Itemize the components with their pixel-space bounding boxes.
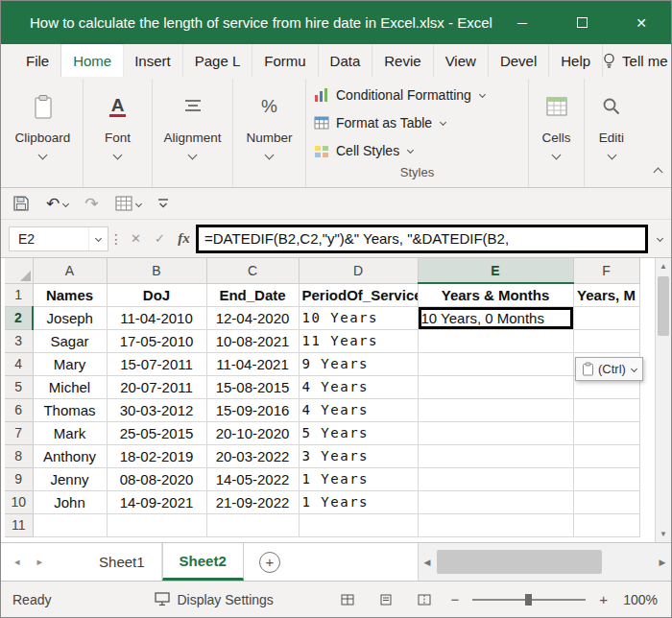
zoom-out-button[interactable]: − [450, 591, 459, 607]
cell[interactable] [573, 513, 639, 536]
conditional-formatting-button[interactable]: Conditional Formatting [306, 81, 528, 108]
cell[interactable] [573, 421, 639, 444]
quick-command-button[interactable] [115, 196, 141, 211]
col-header-F[interactable]: F [573, 258, 639, 283]
row-header[interactable]: 5 [5, 375, 33, 398]
tab-developer[interactable]: Devel [489, 44, 549, 77]
cell[interactable]: Thomas [33, 398, 107, 421]
tab-review[interactable]: Revie [372, 44, 433, 77]
cell[interactable] [206, 513, 299, 536]
alignment-group-button[interactable]: Alignment [153, 79, 233, 187]
scroll-down-icon[interactable]: ▼ [656, 526, 671, 542]
cell[interactable]: PeriodOf_Service [299, 283, 418, 306]
sheet-tab-sheet2[interactable]: Sheet2 [162, 543, 244, 581]
col-header-B[interactable]: B [107, 258, 206, 283]
vertical-scrollbar[interactable]: ▲ ▼ [655, 258, 671, 542]
cell[interactable]: 15-09-2016 [206, 398, 299, 421]
row-header[interactable]: 10 [5, 490, 33, 513]
cell[interactable] [418, 421, 573, 444]
cell[interactable]: Sagar [33, 329, 107, 352]
cell[interactable]: 30-03-2012 [107, 398, 206, 421]
cell[interactable]: 4 Years [299, 375, 418, 398]
format-as-table-button[interactable]: Format as Table [306, 108, 528, 136]
tab-file[interactable]: File [14, 44, 61, 77]
cell[interactable]: 5 Years [299, 421, 418, 444]
page-layout-view-button[interactable] [373, 594, 398, 606]
cell[interactable] [418, 352, 573, 375]
row-header[interactable]: 2 [5, 306, 33, 329]
cell[interactable]: Years & Months [418, 283, 573, 306]
cell[interactable]: Mark [33, 421, 107, 444]
row-header[interactable]: 9 [5, 467, 33, 490]
cell[interactable]: 15-08-2015 [206, 375, 299, 398]
cell[interactable] [299, 513, 418, 536]
normal-view-button[interactable] [335, 594, 360, 606]
cell[interactable]: Mary [33, 352, 107, 375]
tab-data[interactable]: Data [319, 44, 373, 77]
zoom-level[interactable]: 100% [621, 592, 658, 607]
cell[interactable] [418, 329, 573, 352]
cell[interactable] [418, 467, 573, 490]
row-header[interactable]: 11 [5, 513, 33, 536]
cell[interactable]: 11 Years [299, 329, 418, 352]
cell[interactable]: 10 Years [299, 306, 418, 329]
row-header[interactable]: 7 [5, 421, 33, 444]
cell[interactable]: 20-03-2022 [206, 444, 299, 467]
tab-page-layout[interactable]: Page L [183, 44, 253, 77]
cell[interactable]: Jenny [33, 467, 107, 490]
tab-insert[interactable]: Insert [123, 44, 183, 77]
zoom-slider[interactable] [472, 599, 586, 601]
cell[interactable]: 1 Years [299, 467, 418, 490]
horizontal-scrollbar-track[interactable] [436, 543, 654, 581]
tab-formulas[interactable]: Formu [252, 44, 318, 77]
display-settings-button[interactable]: Display Settings [155, 592, 273, 607]
row-header[interactable]: 8 [5, 444, 33, 467]
cell[interactable]: Joseph [33, 306, 107, 329]
cell[interactable] [573, 329, 639, 352]
cancel-button[interactable]: ✕ [124, 231, 148, 246]
cell[interactable]: 21-09-2022 [206, 490, 299, 513]
cell[interactable] [418, 513, 573, 536]
cell[interactable]: DoJ [107, 283, 206, 306]
cell[interactable] [418, 375, 573, 398]
cell[interactable]: 11-04-2010 [107, 306, 206, 329]
scroll-up-icon[interactable]: ▲ [656, 258, 671, 274]
cell[interactable]: 4 Years [299, 398, 418, 421]
scroll-right-icon[interactable]: ▶ [654, 558, 671, 567]
cell[interactable]: John [33, 490, 107, 513]
cell[interactable] [418, 444, 573, 467]
cell[interactable] [418, 398, 573, 421]
cell[interactable]: 11-04-2021 [206, 352, 299, 375]
col-header-D[interactable]: D [299, 258, 418, 283]
close-button[interactable]: ✕ [612, 1, 671, 44]
zoom-slider-thumb[interactable] [525, 594, 532, 606]
name-box[interactable]: E2 [9, 226, 108, 251]
tab-view[interactable]: View [434, 44, 489, 77]
tab-help[interactable]: Help [549, 44, 603, 77]
cell[interactable]: 08-08-2020 [107, 467, 206, 490]
customize-qat-button[interactable] [157, 198, 169, 209]
row-header[interactable]: 6 [5, 398, 33, 421]
cell[interactable]: 20-10-2020 [206, 421, 299, 444]
cell[interactable] [573, 306, 639, 329]
next-sheet-icon[interactable]: ▸ [37, 556, 43, 568]
collapse-ribbon-button[interactable] [654, 168, 663, 178]
expand-formula-bar-button[interactable] [648, 236, 671, 241]
redo-button[interactable]: ↷ [84, 196, 98, 212]
cell[interactable]: 3 Years [299, 444, 418, 467]
maximize-button[interactable] [552, 1, 612, 44]
cell[interactable] [573, 467, 639, 490]
sheet-tab-sheet1[interactable]: Sheet1 [83, 543, 162, 581]
cells-group-button[interactable]: Cells [529, 79, 585, 187]
select-all-button[interactable] [5, 258, 33, 283]
undo-button[interactable]: ↶ [46, 196, 68, 212]
scroll-left-icon[interactable]: ◀ [419, 558, 436, 567]
tab-home[interactable]: Home [61, 44, 123, 77]
cell[interactable]: Years, M [573, 283, 639, 306]
cell[interactable] [573, 490, 639, 513]
cell[interactable]: 9 Years [299, 352, 418, 375]
tell-me-button[interactable]: Tell me [603, 53, 668, 69]
col-header-A[interactable]: A [33, 258, 107, 283]
horizontal-scrollbar[interactable]: ◀ ▶ [418, 543, 671, 581]
cell[interactable]: 17-05-2010 [107, 329, 206, 352]
